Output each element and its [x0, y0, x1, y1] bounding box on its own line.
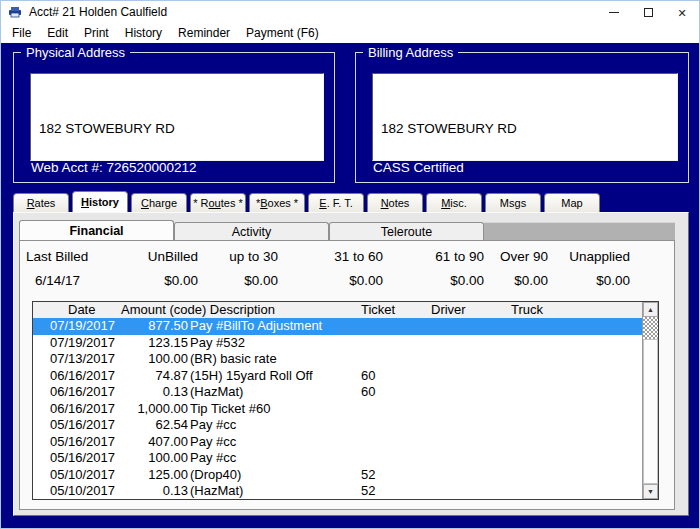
physical-address-box[interactable]: 182 STOWEBURY RD WATERBURY CENTER , VT 0…: [30, 73, 324, 161]
history-row[interactable]: 06/16/201774.87(15H) 15yard Roll Off60: [33, 368, 642, 385]
cell-description: Pay #cc: [188, 417, 361, 434]
cell-truck: [509, 368, 642, 385]
cell-amount: 0.13: [115, 483, 188, 500]
history-row[interactable]: 07/19/2017877.50Pay #BillTo Adjustment: [33, 318, 642, 335]
menu-item-history[interactable]: History: [117, 24, 170, 43]
column-header-amount-desc: Amount (code) Description: [121, 302, 275, 317]
client-area: Physical Address 182 STOWEBURY RD WATERB…: [1, 43, 699, 528]
billing-address-box[interactable]: 182 STOWEBURY RD WATERBURY CENTER , VT 0…: [372, 73, 678, 161]
vertical-scrollbar[interactable]: [642, 302, 658, 499]
column-header-truck: Truck: [511, 302, 543, 317]
menu-item-reminder[interactable]: Reminder: [170, 24, 238, 43]
cell-truck: [509, 467, 642, 484]
tab-history[interactable]: History: [72, 191, 128, 212]
cell-amount: 877.50: [115, 318, 188, 335]
cell-ticket: [361, 351, 431, 368]
summary-header: UnBilled: [142, 249, 198, 264]
cell-date: 05/16/2017: [33, 434, 115, 451]
summary-header: Last Billed: [26, 249, 142, 264]
physical-address-legend: Physical Address: [21, 45, 130, 60]
summary-value: $0.00: [484, 273, 548, 288]
cell-description: (HazMat): [188, 483, 361, 500]
summary-value: $0.00: [278, 273, 383, 288]
tab-charge[interactable]: Charge: [131, 193, 187, 212]
cell-truck: [509, 450, 642, 467]
history-row[interactable]: 05/16/2017100.00Pay #cc: [33, 450, 642, 467]
history-row[interactable]: 05/16/201762.54Pay #cc: [33, 417, 642, 434]
menu-item-payment-f6-[interactable]: Payment (F6): [238, 24, 327, 43]
tab-rates[interactable]: Rates: [13, 193, 69, 212]
history-row[interactable]: 05/10/20170.13(HazMat)52: [33, 483, 642, 500]
tab-notes[interactable]: Notes: [367, 193, 423, 212]
tab-e-f-t[interactable]: E. F. T.: [308, 193, 364, 212]
cell-description: Pay #cc: [188, 434, 361, 451]
cell-ticket: [361, 450, 431, 467]
tab-map[interactable]: Map: [544, 193, 600, 212]
cell-ticket: [361, 401, 431, 418]
summary-header: up to 30: [198, 249, 278, 264]
cell-truck: [509, 434, 642, 451]
cell-driver: [431, 318, 509, 335]
history-row[interactable]: 05/10/2017125.00(Drop40)52: [33, 467, 642, 484]
scrollbar-thumb[interactable]: [643, 339, 658, 484]
history-row[interactable]: 06/16/20170.13(HazMat)60: [33, 384, 642, 401]
cell-amount: 100.00: [115, 351, 188, 368]
menu-item-print[interactable]: Print: [76, 24, 117, 43]
cell-date: 06/16/2017: [33, 368, 115, 385]
subtab-activity[interactable]: Activity: [174, 222, 329, 240]
cell-driver: [431, 351, 509, 368]
cell-date: 06/16/2017: [33, 401, 115, 418]
main-tab-control: RatesHistoryCharge* Routes ** Boxes *E. …: [13, 191, 689, 516]
subtab-financial[interactable]: Financial: [19, 220, 174, 240]
tab-misc[interactable]: Misc.: [426, 193, 482, 212]
close-button[interactable]: [665, 1, 699, 23]
summary-header: 31 to 60: [278, 249, 383, 264]
subtab-teleroute[interactable]: Teleroute: [329, 222, 484, 240]
scroll-down-icon[interactable]: [643, 484, 658, 499]
cell-date: 07/19/2017: [33, 335, 115, 352]
maximize-icon: [644, 8, 653, 17]
column-header-ticket: Ticket: [361, 302, 395, 317]
billing-address-legend: Billing Address: [363, 45, 458, 60]
history-row[interactable]: 06/16/20171,000.00Tip Ticket #60: [33, 401, 642, 418]
scrollbar-track[interactable]: [643, 317, 658, 339]
cell-amount: 74.87: [115, 368, 188, 385]
cell-driver: [431, 450, 509, 467]
cell-ticket: 60: [361, 368, 431, 385]
cell-description: (Drop40): [188, 467, 361, 484]
cell-ticket: 60: [361, 384, 431, 401]
history-row[interactable]: 07/19/2017123.15Pay #532: [33, 335, 642, 352]
menu-bar: FileEditPrintHistoryReminderPayment (F6): [1, 23, 699, 43]
app-window: Acct# 21 Holden Caulfield FileEditPrintH…: [0, 0, 700, 529]
tab-boxes[interactable]: * Boxes *: [249, 193, 305, 212]
cell-description: Pay #532: [188, 335, 361, 352]
summary-value: $0.00: [383, 273, 484, 288]
cell-amount: 1,000.00: [115, 401, 188, 418]
menu-item-file[interactable]: File: [4, 24, 39, 43]
web-acct-label: Web Acct #: 726520000212: [31, 160, 197, 175]
history-row[interactable]: 07/13/2017100.00(BR) basic rate: [33, 351, 642, 368]
cell-ticket: [361, 335, 431, 352]
close-icon: [677, 3, 686, 21]
scroll-up-icon[interactable]: [643, 302, 658, 317]
summary-value: $0.00: [142, 273, 198, 288]
minimize-icon: [609, 12, 619, 13]
minimize-button[interactable]: [597, 1, 631, 23]
subtab-strip-filler: [484, 222, 675, 240]
billing-address-group: Billing Address 182 STOWEBURY RD WATERBU…: [355, 52, 689, 183]
cell-date: 07/13/2017: [33, 351, 115, 368]
summary-header: 61 to 90: [383, 249, 484, 264]
history-row[interactable]: 05/16/2017407.00Pay #cc: [33, 434, 642, 451]
tab-msgs[interactable]: Msgs: [485, 193, 541, 212]
tab-routes[interactable]: * Routes *: [190, 193, 246, 212]
cell-ticket: [361, 318, 431, 335]
cell-amount: 125.00: [115, 467, 188, 484]
history-rows: 07/19/2017877.50Pay #BillTo Adjustment07…: [33, 318, 642, 500]
maximize-button[interactable]: [631, 1, 665, 23]
menu-item-edit[interactable]: Edit: [39, 24, 76, 43]
cell-ticket: 52: [361, 483, 431, 500]
cell-truck: [509, 401, 642, 418]
summary-value: 6/14/17: [26, 273, 142, 288]
history-list-header: Date Amount (code) Description Ticket Dr…: [33, 302, 658, 318]
cell-truck: [509, 417, 642, 434]
